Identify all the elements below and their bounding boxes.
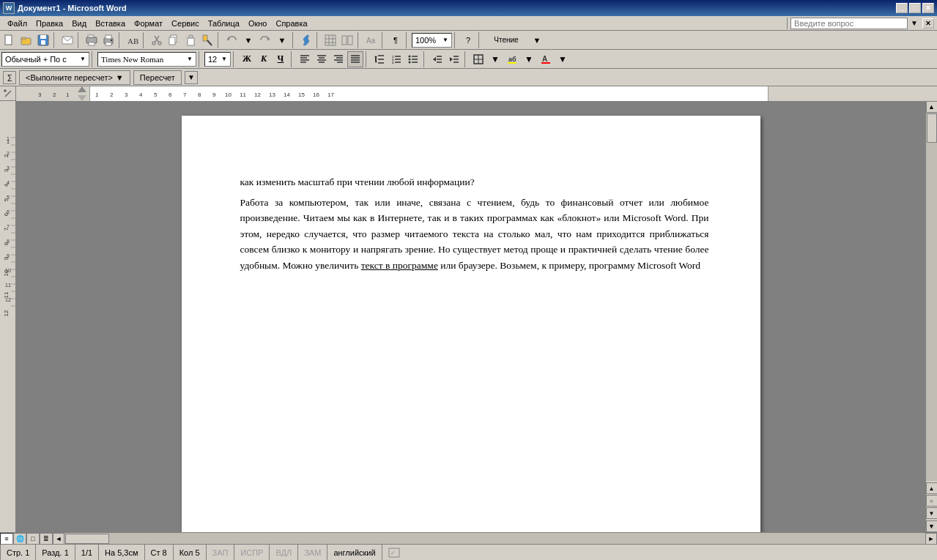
menu-table[interactable]: Таблица [204, 18, 244, 29]
horizontal-ruler: 3 2 1 1 2 3 4 5 6 7 8 9 10 11 12 13 14 1… [0, 86, 937, 101]
help-dropdown-arrow[interactable]: ▼ [911, 19, 918, 27]
open-button[interactable] [18, 32, 34, 48]
read-mode-arrow[interactable]: ▼ [529, 32, 545, 48]
new-button[interactable] [1, 32, 18, 48]
redo-dropdown[interactable]: ▼ [274, 32, 290, 48]
font-dropdown[interactable]: Times New Roman ▼ [97, 52, 196, 67]
position-status: На 5,3см [99, 545, 144, 560]
undo-dropdown[interactable]: ▼ [240, 32, 256, 48]
svg-text:9: 9 [7, 253, 10, 258]
zoom-dropdown[interactable]: 100% ▼ [412, 33, 452, 48]
menu-insert[interactable]: Вставка [91, 18, 130, 29]
document-canvas[interactable]: как изменить масштаб при чтении любой ин… [16, 101, 925, 532]
normal-view-button[interactable]: ≡ [0, 533, 13, 545]
bold-button[interactable]: Ж [239, 51, 255, 67]
document-page[interactable]: как изменить масштаб при чтении любой ин… [182, 116, 760, 532]
line-spacing-button[interactable] [371, 51, 388, 67]
document-content[interactable]: как изменить масштаб при чтении любой ин… [240, 174, 709, 274]
redo-button[interactable] [257, 32, 273, 48]
menu-format[interactable]: Формат [130, 18, 167, 29]
horizontal-scroll-thumb[interactable] [65, 534, 109, 544]
menu-edit[interactable]: Правка [32, 18, 67, 29]
table-button[interactable] [322, 32, 338, 48]
horizontal-scroll-track[interactable] [64, 533, 925, 544]
read-mode-button[interactable]: Чтение [484, 32, 528, 48]
recalc-arrow[interactable]: ▼ [185, 71, 198, 84]
underline-button[interactable]: Ч [273, 51, 289, 67]
highlight-dropdown[interactable]: ▼ [521, 51, 537, 67]
help-close-button[interactable]: ✕ [922, 18, 934, 29]
menu-view[interactable]: Вид [67, 18, 91, 29]
menu-tools[interactable]: Сервис [167, 18, 204, 29]
print-preview-button[interactable] [84, 32, 100, 48]
size-dropdown[interactable]: 12 ▼ [204, 52, 231, 67]
scroll-left-button[interactable]: ◄ [53, 533, 64, 545]
outline-view-button[interactable]: ≣ [40, 533, 53, 545]
italic-button[interactable]: К [256, 51, 272, 67]
document-paragraph: Работа за компьютером, так или иначе, св… [240, 195, 709, 274]
align-justify-button[interactable] [347, 51, 363, 67]
select-object-button[interactable]: ○ [926, 495, 938, 507]
print-button[interactable] [100, 32, 116, 48]
align-center-button[interactable] [314, 51, 330, 67]
horizontal-scrollbar-area: ≡ 🌐 □ ≣ ◄ ► [0, 532, 937, 544]
toolbar-separator-2 [78, 32, 81, 48]
formula-icon[interactable]: ∑ [3, 71, 16, 84]
save-button[interactable] [35, 32, 51, 48]
format-painter-button[interactable] [199, 32, 215, 48]
style-dropdown[interactable]: Обычный + По с ▼ [1, 52, 89, 67]
svg-text:12: 12 [3, 310, 10, 316]
zam-status: ЗАМ [298, 545, 327, 560]
scroll-thumb[interactable] [927, 113, 937, 143]
next-page-button[interactable]: ▼ [926, 507, 938, 519]
toolbar-separator-6 [292, 32, 296, 48]
close-button[interactable]: ✕ [922, 3, 934, 13]
highlight-button[interactable]: аб [504, 51, 520, 67]
paste-button[interactable] [182, 32, 199, 48]
spellcheck-button[interactable]: ABC [125, 32, 141, 48]
web-view-button[interactable]: 🌐 [13, 533, 26, 545]
menu-file[interactable]: Файл [3, 18, 32, 29]
svg-text:5: 5 [154, 92, 158, 98]
menu-window[interactable]: Окно [244, 18, 272, 29]
undo-button[interactable] [223, 32, 240, 48]
borders-button[interactable] [470, 51, 486, 67]
borders-dropdown[interactable]: ▼ [487, 51, 503, 67]
prev-page-button[interactable]: ▲ [926, 482, 938, 494]
help-search-input[interactable] [790, 18, 908, 29]
email-button[interactable] [59, 32, 75, 48]
scroll-right-button[interactable]: ► [925, 533, 937, 545]
underlined-text: текст в программе [361, 260, 438, 271]
print-view-button[interactable]: □ [26, 533, 40, 545]
align-right-button[interactable] [330, 51, 347, 67]
maximize-button[interactable]: □ [909, 3, 921, 13]
decrease-indent-button[interactable] [429, 51, 445, 67]
numbering-button[interactable]: 1.2.3. [388, 51, 404, 67]
columns-button[interactable] [339, 32, 355, 48]
svg-text:10: 10 [225, 92, 232, 98]
increase-indent-button[interactable] [446, 51, 462, 67]
section-status: Разд. 1 [36, 545, 75, 560]
align-left-button[interactable] [297, 51, 313, 67]
recalc-button[interactable]: Пересчет [133, 70, 182, 85]
menu-help[interactable]: Справка [271, 18, 311, 29]
svg-text:2: 2 [110, 92, 114, 98]
svg-text:9: 9 [212, 92, 216, 98]
copy-button[interactable] [166, 32, 182, 48]
paragraph-marks-button[interactable]: ¶ [388, 32, 404, 48]
hyperlink-button[interactable] [298, 32, 314, 48]
minimize-button[interactable]: _ [896, 3, 908, 13]
bullets-button[interactable] [405, 51, 421, 67]
track-changes-icon[interactable]: ✓ [382, 545, 406, 560]
svg-point-19 [158, 42, 161, 45]
drawing-button[interactable]: Аa [363, 32, 379, 48]
svg-text:13: 13 [269, 92, 275, 98]
vertical-scrollbar[interactable]: ▲ ▲ ○ ▼ ▼ [925, 101, 937, 532]
font-color-dropdown[interactable]: ▼ [555, 51, 571, 67]
recalc-dropdown[interactable]: <Выполните пересчет> ▼ [19, 70, 130, 85]
cut-button[interactable] [149, 32, 165, 48]
font-color-button[interactable]: А [538, 51, 554, 67]
scroll-down-button[interactable]: ▼ [926, 520, 938, 532]
scroll-up-button[interactable]: ▲ [926, 101, 938, 113]
help-button[interactable]: ? [460, 32, 476, 48]
